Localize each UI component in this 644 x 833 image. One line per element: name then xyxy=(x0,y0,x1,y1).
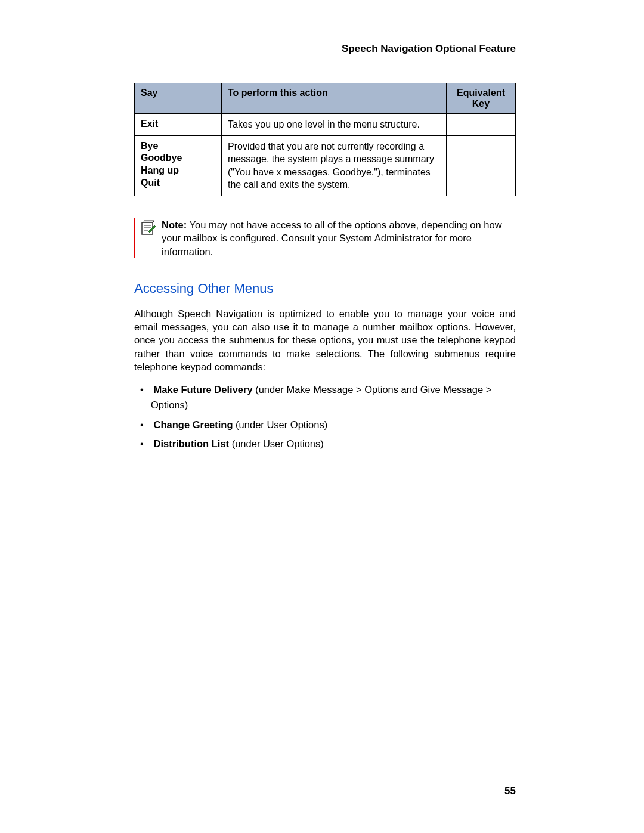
table-row: Exit Takes you up one level in the menu … xyxy=(135,114,516,136)
bullet-list: Make Future Delivery (under Make Message… xyxy=(134,382,516,452)
page-number: 55 xyxy=(504,785,516,797)
section-heading: Accessing Other Menus xyxy=(134,281,516,296)
say-word: Quit xyxy=(141,177,215,190)
cell-say: Bye Goodbye Hang up Quit xyxy=(135,135,222,196)
command-table: Say To perform this action Equivalent Ke… xyxy=(134,83,516,196)
cell-key xyxy=(447,135,516,196)
note-text: Note: You may not have access to all of … xyxy=(162,218,516,258)
bullet-bold: Change Greeting xyxy=(154,419,233,430)
note-icon xyxy=(140,219,157,239)
note-label: Note: xyxy=(162,219,187,230)
page-header: Speech Navigation Optional Feature xyxy=(134,43,516,61)
say-word: Goodbye xyxy=(141,152,215,165)
cell-action: Takes you up one level in the menu struc… xyxy=(222,114,447,136)
say-word: Exit xyxy=(141,118,215,131)
cell-key xyxy=(447,114,516,136)
cell-action: Provided that you are not currently reco… xyxy=(222,135,447,196)
svg-rect-0 xyxy=(142,222,153,234)
list-item: Distribution List (under User Options) xyxy=(151,436,516,451)
th-say: Say xyxy=(135,83,222,114)
bullet-rest: (under User Options) xyxy=(233,419,328,430)
body-paragraph: Although Speech Navigation is optimized … xyxy=(134,307,516,373)
table-row: Bye Goodbye Hang up Quit Provided that y… xyxy=(135,135,516,196)
bullet-bold: Distribution List xyxy=(154,438,230,449)
note-block: Note: You may not have access to all of … xyxy=(134,213,516,258)
bullet-bold: Make Future Delivery xyxy=(154,384,253,395)
bullet-rest: (under User Options) xyxy=(229,438,324,449)
note-body: You may not have access to all of the op… xyxy=(162,219,502,257)
say-word: Bye xyxy=(141,140,215,153)
th-key: Equivalent Key xyxy=(447,83,516,114)
th-action: To perform this action xyxy=(222,83,447,114)
say-word: Hang up xyxy=(141,165,215,177)
list-item: Change Greeting (under User Options) xyxy=(151,417,516,432)
list-item: Make Future Delivery (under Make Message… xyxy=(151,382,516,413)
note-rule xyxy=(134,218,135,258)
cell-say: Exit xyxy=(135,114,222,136)
